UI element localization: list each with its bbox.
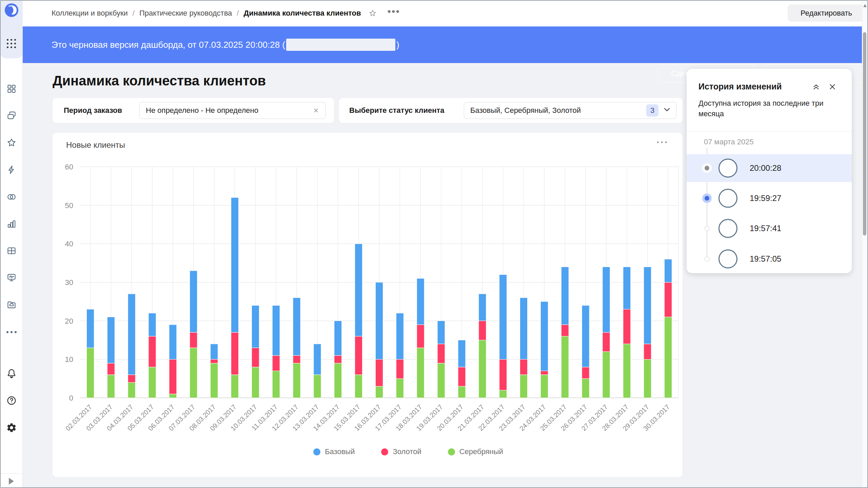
history-entry-time: 19:59:27 bbox=[750, 194, 781, 203]
play-arrow-icon bbox=[9, 478, 14, 485]
history-entry-time: 19:57:05 bbox=[750, 254, 781, 264]
datalens-logo-icon[interactable] bbox=[4, 3, 19, 17]
sidebar-divider bbox=[0, 473, 22, 474]
banner-text: Это черновая версия дашборда, от 07.03.2… bbox=[52, 26, 399, 63]
apps-grid-icon[interactable] bbox=[0, 36, 23, 51]
stacked-bar-chart[interactable]: 010203040506002.03.201703.03.201704.03.2… bbox=[53, 133, 683, 477]
sidebar-item-favorites[interactable] bbox=[0, 135, 23, 150]
history-entry-time: 20:00:28 bbox=[750, 163, 781, 173]
sidebar-item-more[interactable] bbox=[0, 324, 23, 340]
page-title: Динамика количества клиентов bbox=[53, 73, 266, 88]
sidebar-item-editor[interactable] bbox=[0, 162, 23, 178]
legend-dot-red bbox=[381, 448, 388, 455]
legend-label: Серебряный bbox=[459, 447, 503, 456]
chart-menu-button[interactable]: ⋯ bbox=[656, 135, 668, 149]
ellipsis-icon bbox=[6, 331, 17, 333]
sidebar-item-workbooks[interactable] bbox=[0, 108, 23, 123]
chevron-down-icon[interactable] bbox=[663, 107, 671, 114]
collapse-icon[interactable] bbox=[812, 82, 821, 91]
history-entry[interactable]: 20:00:28 bbox=[687, 154, 852, 182]
legend-item-basic[interactable]: Базовый bbox=[313, 447, 355, 456]
scrollbar-thumb[interactable] bbox=[863, 32, 866, 236]
breadcrumb-current: Динамика количества клиентов bbox=[243, 9, 361, 18]
chart-legend: Базовый Золотой Серебряный bbox=[93, 447, 683, 456]
timeline-dot[interactable] bbox=[705, 257, 710, 262]
draft-version-banner: Это черновая версия дашборда, от 07.03.2… bbox=[23, 26, 868, 63]
help-button[interactable] bbox=[0, 393, 23, 408]
monitor-pulse-icon bbox=[6, 272, 17, 283]
history-subtitle: Доступна история за последние три месяца bbox=[698, 98, 831, 119]
breadcrumb-guides[interactable]: Практические руководства bbox=[139, 9, 232, 18]
timeline-dot[interactable] bbox=[705, 226, 710, 231]
filter-status-card: Выберите статус клиента Базовый, Серебря… bbox=[339, 98, 683, 123]
lightning-icon bbox=[6, 165, 17, 175]
sidebar-item-dashboards[interactable] bbox=[0, 270, 23, 285]
avatar bbox=[718, 219, 737, 238]
history-entry[interactable]: 19:57:41 bbox=[687, 215, 852, 242]
legend-dot-green bbox=[448, 448, 455, 455]
notifications-button[interactable] bbox=[0, 366, 23, 381]
breadcrumb: Коллекции и воркбуки / Практические руко… bbox=[52, 0, 400, 26]
chart-title: Новые клиенты bbox=[66, 140, 125, 150]
two-circles-icon bbox=[6, 192, 17, 202]
sidebar-item-collections[interactable] bbox=[0, 81, 23, 97]
clear-icon[interactable] bbox=[312, 107, 320, 114]
breadcrumb-collections[interactable]: Коллекции и воркбуки bbox=[52, 9, 128, 18]
folder-cloud-icon bbox=[6, 300, 17, 310]
divider bbox=[687, 131, 852, 131]
svg-text:30: 30 bbox=[65, 278, 73, 287]
table-icon bbox=[6, 246, 17, 256]
bar-chart-icon bbox=[6, 219, 17, 229]
avatar bbox=[718, 189, 737, 208]
legend-item-gold[interactable]: Золотой bbox=[381, 447, 421, 456]
redacted-author-box bbox=[286, 39, 395, 51]
status-count-badge: 3 bbox=[646, 104, 658, 117]
svg-text:0: 0 bbox=[69, 394, 73, 402]
history-panel-title: История изменений bbox=[698, 82, 782, 92]
sidebar-item-datasets[interactable] bbox=[0, 243, 23, 259]
filter-period-card: Период заказов Не определено - Не опреде… bbox=[53, 98, 334, 123]
star-icon bbox=[6, 138, 17, 148]
status-filter-label: Выберите статус клиента bbox=[349, 106, 445, 115]
timeline-dot-current[interactable] bbox=[702, 163, 712, 173]
breadcrumb-separator: / bbox=[237, 9, 239, 18]
svg-text:50: 50 bbox=[65, 201, 73, 210]
scroll-up-arrow[interactable] bbox=[863, 4, 867, 7]
sidebar-expand-button[interactable] bbox=[0, 475, 23, 487]
sidebar bbox=[0, 0, 23, 488]
history-entry[interactable]: 19:57:05 bbox=[687, 245, 852, 273]
legend-label: Золотой bbox=[393, 447, 421, 456]
close-icon[interactable] bbox=[828, 82, 837, 91]
history-date-group: 07 марта 2025 bbox=[704, 138, 754, 146]
scrollbar bbox=[862, 1, 867, 487]
sidebar-item-charts[interactable] bbox=[0, 216, 23, 232]
history-entry[interactable]: 19:59:27 bbox=[687, 184, 852, 212]
breadcrumb-more-button[interactable]: ••• bbox=[388, 12, 400, 15]
favorite-star-button[interactable] bbox=[369, 9, 377, 17]
breadcrumb-separator: / bbox=[133, 9, 135, 18]
status-filter-select[interactable]: Базовый, Серебряный, Золотой 3 bbox=[464, 102, 676, 119]
banner-text-prefix: Это черновая версия дашборда, от 07.03.2… bbox=[52, 40, 285, 50]
sidebar-item-storage[interactable] bbox=[0, 297, 23, 312]
status-filter-value: Базовый, Серебряный, Золотой bbox=[464, 106, 646, 115]
svg-text:10: 10 bbox=[65, 355, 73, 364]
avatar bbox=[718, 159, 737, 178]
sidebar-top-section bbox=[0, 0, 23, 58]
sidebar-item-connections[interactable] bbox=[0, 189, 23, 205]
svg-text:60: 60 bbox=[65, 163, 73, 171]
history-entry-time: 19:57:41 bbox=[750, 224, 781, 233]
period-filter-input[interactable]: Не определено - Не определено bbox=[139, 102, 326, 119]
svg-text:20: 20 bbox=[65, 317, 73, 325]
svg-text:40: 40 bbox=[65, 240, 73, 248]
legend-item-silver[interactable]: Серебряный bbox=[448, 447, 503, 456]
top-header: Коллекции и воркбуки / Практические руко… bbox=[23, 0, 868, 26]
gear-icon bbox=[6, 422, 17, 433]
legend-label: Базовый bbox=[325, 447, 355, 456]
settings-button[interactable] bbox=[0, 420, 23, 435]
timeline-dot-selected[interactable] bbox=[702, 194, 712, 203]
legend-dot-blue bbox=[313, 448, 320, 455]
edit-button[interactable]: Редактировать bbox=[788, 4, 865, 22]
history-panel: История изменений Доступна история за по… bbox=[687, 69, 852, 273]
avatar bbox=[718, 249, 737, 268]
period-filter-value: Не определено - Не определено bbox=[140, 106, 312, 115]
